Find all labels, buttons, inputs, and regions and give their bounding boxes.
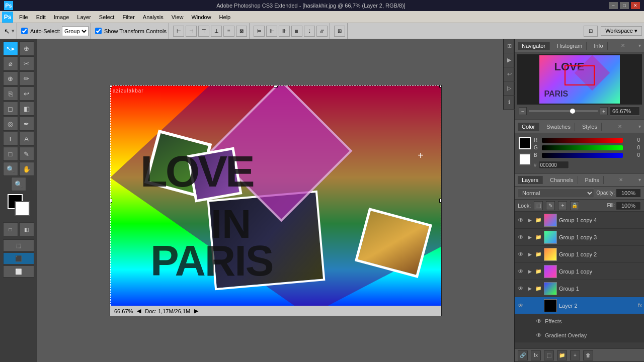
- spot-heal-btn[interactable]: ⊕: [3, 71, 18, 85]
- effects-visibility-btn[interactable]: 👁: [535, 317, 543, 325]
- green-slider[interactable]: [542, 145, 623, 150]
- zoom-select-btn[interactable]: ⊕: [19, 41, 34, 55]
- tab-navigator[interactable]: Navigator: [518, 42, 550, 50]
- hex-color-input[interactable]: [539, 161, 569, 169]
- navigator-options-btn[interactable]: ▾: [638, 43, 641, 48]
- layer-expand-btn[interactable]: ▶: [527, 234, 533, 240]
- new-group-btn[interactable]: 📁: [557, 350, 567, 360]
- selection-handle-tc[interactable]: [274, 85, 278, 87]
- canvas-image[interactable]: LOVE IN PARIS azizulakbar: [110, 85, 441, 316]
- selection-handle-tr[interactable]: [439, 85, 441, 87]
- menu-window[interactable]: Window: [187, 13, 215, 21]
- tab-color[interactable]: Color: [518, 123, 539, 131]
- layer-expand-btn[interactable]: ▶: [527, 251, 533, 257]
- history-btn[interactable]: ↩: [19, 86, 34, 101]
- lock-move-btn[interactable]: +: [558, 201, 567, 210]
- distribute-right-btn[interactable]: ⊪: [279, 26, 290, 37]
- selection-handle-ml[interactable]: [110, 199, 112, 203]
- brush-tool-btn[interactable]: ✏: [19, 71, 34, 85]
- menu-image[interactable]: Image: [50, 13, 73, 21]
- lock-transparent-btn[interactable]: ⬚: [534, 201, 543, 210]
- blend-mode-select[interactable]: Normal Multiply Screen Overlay: [518, 188, 594, 198]
- align-bottom-btn[interactable]: ⊠: [236, 26, 247, 37]
- gradient-tool-btn[interactable]: ◧: [19, 102, 34, 116]
- align-center-h-btn[interactable]: ⊣: [186, 26, 197, 37]
- zoom-tool-btn[interactable]: 🔍: [11, 177, 26, 191]
- close-button[interactable]: ✕: [631, 2, 640, 9]
- lasso-tool-btn[interactable]: ⌀: [3, 56, 18, 70]
- color-close-btn[interactable]: ✕: [618, 124, 622, 129]
- color-options-btn[interactable]: ▾: [638, 124, 641, 129]
- layer-item[interactable]: 👁 ▶ 📁 Group 1 copy 4: [515, 212, 644, 229]
- workspace-btn[interactable]: Workspace ▾: [601, 26, 642, 36]
- options-panel-btn[interactable]: ▶: [504, 53, 515, 67]
- menu-view[interactable]: View: [168, 13, 188, 21]
- notes-tool-btn[interactable]: ✎: [19, 147, 34, 161]
- blue-slider[interactable]: [542, 153, 623, 158]
- layer-visibility-btn[interactable]: 👁: [517, 285, 525, 293]
- maximize-button[interactable]: □: [620, 2, 629, 9]
- history-panel-btn[interactable]: ↩: [504, 67, 515, 81]
- zoom-slider[interactable]: [529, 110, 598, 112]
- move-tool-btn[interactable]: ↖▸: [3, 41, 18, 55]
- opacity-input[interactable]: [616, 189, 641, 198]
- pen-tool-btn[interactable]: ✒: [19, 117, 34, 131]
- red-slider[interactable]: [542, 138, 623, 143]
- text-tool-btn[interactable]: T: [3, 132, 18, 146]
- hand-tool-btn[interactable]: ✋: [19, 162, 34, 176]
- layer-expand-btn[interactable]: ▶: [527, 268, 533, 275]
- tab-paths[interactable]: Paths: [581, 176, 604, 184]
- align-right-btn[interactable]: ⊤: [198, 26, 209, 37]
- background-color[interactable]: [15, 201, 30, 216]
- link-layers-btn[interactable]: 🔗: [518, 350, 528, 360]
- eraser-tool-btn[interactable]: ◻: [3, 102, 18, 116]
- layer-item-active[interactable]: 👁 Layer 2 fx: [515, 297, 644, 314]
- layer-item[interactable]: 👁 ▶ 📁 Group 1: [515, 280, 644, 297]
- layer-visibility-btn[interactable]: 👁: [517, 216, 525, 224]
- gradient-overlay-effect[interactable]: 👁 Gradient Overlay: [515, 328, 644, 342]
- layer-item[interactable]: 👁 ▶ 📁 Group 1 copy: [515, 263, 644, 280]
- layer-item[interactable]: 👁 ▶ 📁 Group 1 copy 2: [515, 246, 644, 263]
- layer-expand-btn[interactable]: ▶: [527, 286, 533, 292]
- auto-align-btn[interactable]: ⊞: [334, 26, 345, 37]
- lock-all-btn[interactable]: 🔒: [570, 201, 579, 210]
- background-color-swatch[interactable]: [519, 153, 531, 165]
- menu-select[interactable]: Select: [95, 13, 119, 21]
- workspace-icon-btn[interactable]: ⊡: [584, 26, 598, 37]
- fill-input[interactable]: [616, 201, 641, 210]
- autoselect-select[interactable]: Group Layer: [62, 26, 89, 36]
- dodge-tool-btn[interactable]: ◎: [3, 117, 18, 131]
- tab-info[interactable]: Info: [590, 42, 607, 50]
- layer-visibility-btn[interactable]: 👁: [517, 233, 525, 241]
- tab-styles[interactable]: Styles: [578, 123, 602, 131]
- quick-mask-btn[interactable]: ◧: [19, 222, 34, 236]
- menu-analysis[interactable]: Analysis: [139, 13, 168, 21]
- nav-viewport-box[interactable]: [565, 65, 595, 85]
- layer-visibility-btn[interactable]: 👁: [517, 267, 525, 276]
- minimize-button[interactable]: –: [609, 2, 618, 9]
- delete-layer-btn[interactable]: 🗑: [583, 350, 593, 360]
- distribute-middle-btn[interactable]: ⫶: [304, 26, 315, 37]
- add-mask-btn[interactable]: ⬚: [544, 350, 554, 360]
- menu-file[interactable]: File: [15, 13, 32, 21]
- actions-panel-btn[interactable]: ▷: [504, 81, 515, 96]
- autoselect-checkbox[interactable]: [21, 28, 28, 34]
- crop-tool-btn[interactable]: ✂: [19, 56, 34, 70]
- effects-group[interactable]: 👁 Effects: [515, 314, 644, 328]
- distribute-left-btn[interactable]: ⊨: [254, 26, 265, 37]
- layers-options-btn[interactable]: ▾: [638, 177, 641, 183]
- navigator-close-btn[interactable]: ✕: [621, 43, 625, 48]
- distribute-top-btn[interactable]: ⫼: [291, 26, 302, 37]
- foreground-color-swatch[interactable]: [519, 137, 531, 149]
- transform-checkbox[interactable]: [95, 28, 102, 34]
- menu-help[interactable]: Help: [215, 13, 235, 21]
- tab-layers[interactable]: Layers: [518, 176, 543, 184]
- new-layer-btn[interactable]: +: [570, 350, 580, 360]
- add-layer-style-btn[interactable]: fx: [531, 350, 541, 360]
- selection-handle-mr[interactable]: [439, 199, 441, 203]
- align-top-btn[interactable]: ⊥: [211, 26, 222, 37]
- align-middle-btn[interactable]: ≡: [223, 26, 234, 37]
- standard-screen-btn[interactable]: ⬚: [3, 239, 34, 251]
- layers-close-btn[interactable]: ✕: [619, 177, 623, 183]
- eyedrop-tool-btn[interactable]: 🔍: [3, 162, 18, 176]
